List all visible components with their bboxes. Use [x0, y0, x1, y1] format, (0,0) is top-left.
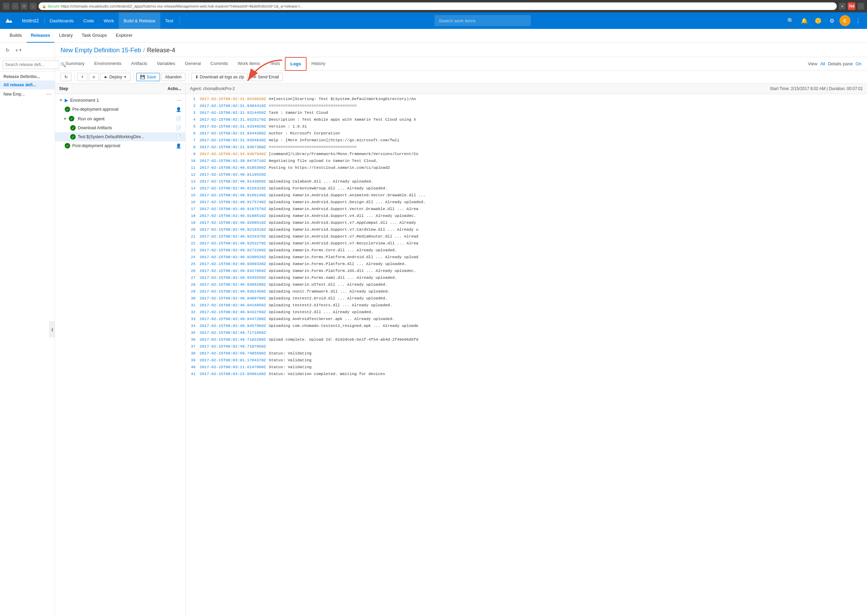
log-line-number[interactable]: 7: [186, 137, 200, 143]
search-icon[interactable]: 🔍: [784, 14, 797, 27]
search-input[interactable]: [435, 15, 531, 26]
run-on-agent-header[interactable]: ▼ ✓ Run on agent 📄: [55, 114, 186, 123]
log-line-number[interactable]: 40: [186, 364, 200, 370]
nav-test[interactable]: Test: [160, 13, 178, 29]
sidebar-item-new-emp[interactable]: New Emp... ⋯: [0, 90, 55, 99]
sidebar-add-btn[interactable]: + ▼: [14, 46, 24, 55]
tab-artifacts[interactable]: Artifacts: [126, 57, 152, 71]
log-line-number[interactable]: 8: [186, 144, 200, 150]
nav-build-release[interactable]: Build & Release: [119, 13, 160, 29]
star-button[interactable]: ★: [839, 3, 846, 9]
log-line-number[interactable]: 10: [186, 158, 200, 164]
log-line-number[interactable]: 30: [186, 295, 200, 302]
tab-variables[interactable]: Variables: [152, 57, 180, 71]
environment-header[interactable]: ▼ ▶ Environment 1 ⋯: [55, 96, 186, 105]
log-line-number[interactable]: 34: [186, 323, 200, 329]
tab-logs[interactable]: Logs: [285, 57, 307, 71]
log-line-number[interactable]: 11: [186, 165, 200, 171]
breadcrumb-link[interactable]: New Empty Definition 15-Feb: [61, 47, 141, 54]
log-content[interactable]: 12017-02-15T08:02:31.8520020Z ##[section…: [186, 94, 867, 616]
log-line-number[interactable]: 24: [186, 254, 200, 260]
log-line-number[interactable]: 18: [186, 213, 200, 219]
vsts-logo[interactable]: [3, 14, 15, 27]
step-test[interactable]: ✓ Test $(System.DefaultWorkingDire... 📄: [55, 132, 186, 141]
deploy-btn[interactable]: ► Deploy ▼: [100, 73, 131, 81]
log-line-number[interactable]: 6: [186, 130, 200, 137]
secondnav-builds[interactable]: Builds: [6, 29, 26, 42]
tab-tests[interactable]: Tests: [265, 57, 285, 71]
log-line-number[interactable]: 12: [186, 171, 200, 178]
log-line-number[interactable]: 35: [186, 330, 200, 336]
tab-environments[interactable]: Environments: [90, 57, 126, 71]
log-line-number[interactable]: 32: [186, 309, 200, 315]
back-button[interactable]: ←: [3, 3, 9, 9]
step-postdeployment[interactable]: ✓ Post-deployment approval 👤: [55, 141, 186, 150]
log-line-number[interactable]: 14: [186, 185, 200, 192]
log-line-number[interactable]: 9: [186, 151, 200, 157]
add-btn[interactable]: +: [77, 73, 87, 81]
refresh-btn[interactable]: ↻: [61, 73, 72, 81]
log-line-number[interactable]: 27: [186, 275, 200, 281]
secondnav-taskgroups[interactable]: Task Groups: [78, 29, 111, 42]
sidebar-item-all[interactable]: All release defi...: [0, 80, 55, 90]
user-avatar[interactable]: C: [839, 15, 850, 26]
log-line-number[interactable]: 3: [186, 110, 200, 116]
log-line-number[interactable]: 25: [186, 261, 200, 267]
log-line-number[interactable]: 2: [186, 103, 200, 109]
log-line-number[interactable]: 21: [186, 233, 200, 240]
nav-code[interactable]: Code: [79, 13, 99, 29]
log-line-number[interactable]: 39: [186, 357, 200, 363]
log-line-number[interactable]: 23: [186, 247, 200, 253]
sidebar-collapse-btn[interactable]: ❮: [49, 321, 55, 338]
menu-button[interactable]: ⋮: [858, 3, 864, 9]
all-label[interactable]: All: [820, 61, 825, 66]
step-download-artifacts[interactable]: ✓ Download Artifacts 📄: [55, 123, 186, 132]
log-line-number[interactable]: 37: [186, 343, 200, 350]
log-line-number[interactable]: 26: [186, 268, 200, 274]
notifications-icon[interactable]: 🔔: [798, 14, 810, 27]
nav-dashboards[interactable]: Dashboards: [45, 13, 79, 29]
log-line-number[interactable]: 36: [186, 336, 200, 343]
log-line-number[interactable]: 29: [186, 288, 200, 295]
sidebar-refresh-btn[interactable]: ↻: [3, 46, 13, 55]
log-line-number[interactable]: 4: [186, 116, 200, 123]
secondnav-releases[interactable]: Releases: [27, 29, 54, 42]
log-line-number[interactable]: 33: [186, 316, 200, 322]
sidebar-search-input[interactable]: [3, 60, 59, 69]
log-line-number[interactable]: 13: [186, 178, 200, 185]
secondnav-explorer[interactable]: Explorer: [112, 29, 137, 42]
log-line-number[interactable]: 28: [186, 281, 200, 288]
sidebar-more-icon[interactable]: ⋯: [46, 91, 51, 97]
log-line-number[interactable]: 1: [186, 96, 200, 102]
tab-commits[interactable]: Commits: [206, 57, 233, 71]
settings-icon[interactable]: ⚙: [826, 14, 838, 27]
save-btn[interactable]: 💾 Save: [136, 73, 160, 81]
tab-history[interactable]: History: [307, 57, 330, 71]
log-line-number[interactable]: 41: [186, 371, 200, 377]
project-name[interactable]: testest2: [17, 18, 45, 24]
log-line-number[interactable]: 20: [186, 226, 200, 233]
log-line-number[interactable]: 17: [186, 206, 200, 212]
abandon-btn[interactable]: Abandon: [161, 73, 186, 81]
more-menu-icon[interactable]: ⋮: [852, 14, 864, 27]
tab-workitems[interactable]: Work items: [233, 57, 265, 71]
secondnav-library[interactable]: Library: [55, 29, 77, 42]
log-line-number[interactable]: 38: [186, 350, 200, 357]
collapse-btn[interactable]: ≡: [89, 73, 99, 81]
log-line-number[interactable]: 19: [186, 220, 200, 226]
log-line-number[interactable]: 16: [186, 199, 200, 205]
log-line-number[interactable]: 5: [186, 123, 200, 130]
url-bar[interactable]: 🔒 Secure https://chomado.visualstudio.co…: [39, 2, 837, 10]
extension-badge[interactable]: 764: [848, 2, 855, 10]
sidebar-search-icon[interactable]: 🔍: [61, 62, 66, 68]
home-button[interactable]: ⌂: [30, 3, 36, 9]
env-more-btn[interactable]: ⋯: [177, 97, 181, 103]
log-line-number[interactable]: 31: [186, 302, 200, 308]
step-predeployment[interactable]: ✓ Pre-deployment approval 👤: [55, 105, 186, 114]
feedback-icon[interactable]: 🙂: [812, 14, 824, 27]
nav-work[interactable]: Work: [99, 13, 119, 29]
forward-button[interactable]: →: [12, 3, 19, 9]
tab-general[interactable]: General: [180, 57, 205, 71]
send-email-btn[interactable]: ✉ Send Email: [249, 73, 282, 81]
on-label[interactable]: On: [856, 61, 861, 66]
